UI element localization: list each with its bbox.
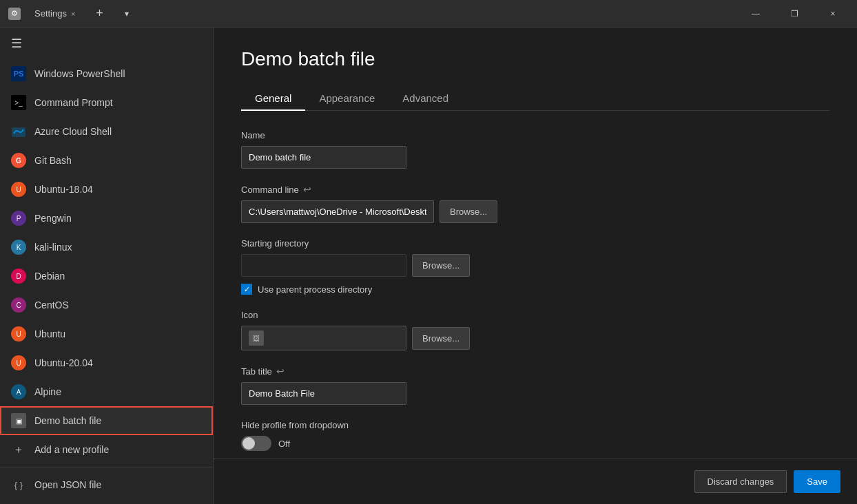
command-line-field-group: Command line ↩ Browse... [241,184,829,223]
azure-cloud-shell-icon [11,124,26,139]
debian-icon: D [11,269,26,284]
demo-batch-file-icon: ▣ [11,413,26,428]
sidebar-label-add-new-profile: Add a new profile [34,444,109,455]
use-parent-process-checkbox[interactable]: ✓ [241,284,252,295]
tabs: General Appearance Advanced [241,87,829,111]
sidebar-item-debian[interactable]: D Debian [0,262,213,291]
pengwin-icon: P [11,211,26,226]
sidebar-item-add-new-profile[interactable]: ＋ Add a new profile [0,435,213,464]
sidebar-item-windows-powershell[interactable]: PS Windows PowerShell [0,59,213,88]
command-line-reset-icon[interactable]: ↩ [303,184,311,195]
titlebar: ⚙ Settings × + ▾ — ❐ × [0,0,857,28]
alpine-icon: A [11,384,26,399]
sidebar-label-ubuntu: Ubuntu [34,328,65,339]
sidebar-label-git-bash: Git Bash [34,155,72,166]
sidebar: ☰ PS Windows PowerShell >_ Command Promp… [0,28,214,504]
sidebar-label-kali-linux: kali-linux [34,242,72,253]
sidebar-item-centos[interactable]: C CentOS [0,291,213,319]
use-parent-process-row: ✓ Use parent process directory [241,284,829,295]
sidebar-item-ubuntu[interactable]: U Ubuntu [0,319,213,348]
main-content: Demo batch file General Appearance Advan… [214,28,857,504]
tab-advanced[interactable]: Advanced [389,87,462,111]
command-line-browse-button[interactable]: Browse... [440,200,497,223]
sidebar-label-open-json: Open JSON file [34,479,101,490]
command-line-label: Command line ↩ [241,184,829,195]
icon-input-group: 🖼 Browse... [241,326,829,350]
toggle-thumb [242,437,255,450]
tab-title-label: Tab title ↩ [241,366,829,377]
app-body: ☰ PS Windows PowerShell >_ Command Promp… [0,28,857,504]
minimize-button[interactable]: — [740,0,772,28]
tab-appearance[interactable]: Appearance [305,87,389,111]
sidebar-item-pengwin[interactable]: P Pengwin [0,204,213,233]
sidebar-label-pengwin: Pengwin [34,213,72,224]
sidebar-item-demo-batch-file[interactable]: ▣ Demo batch file [0,406,213,435]
hide-profile-toggle-row: Off [241,436,829,451]
icon-input[interactable]: 🖼 [241,326,406,350]
sidebar-item-git-bash[interactable]: G Git Bash [0,146,213,175]
sidebar-item-ubuntu-20[interactable]: U Ubuntu-20.04 [0,348,213,377]
command-prompt-icon: >_ [11,95,26,110]
sidebar-label-debian: Debian [34,271,65,282]
maximize-button[interactable]: ❐ [778,0,810,28]
hide-profile-field-group: Hide profile from dropdown Off [241,420,829,451]
toggle-state-label: Off [278,439,290,449]
discard-changes-button[interactable]: Discard changes [694,470,787,493]
name-label: Name [241,130,829,140]
ubuntu-20-icon: U [11,355,26,370]
icon-field-group: Icon 🖼 Browse... [241,310,829,350]
page-title: Demo batch file [241,48,829,70]
icon-preview-thumbnail: 🖼 [249,330,264,346]
sidebar-label-centos: CentOS [34,300,69,311]
add-new-profile-icon: ＋ [11,442,26,457]
hide-profile-toggle[interactable] [241,436,271,451]
sidebar-label-command-prompt: Command Prompt [34,97,113,108]
sidebar-item-alpine[interactable]: A Alpine [0,377,213,406]
sidebar-label-ubuntu-20: Ubuntu-20.04 [34,357,93,368]
use-parent-process-label: Use parent process directory [258,284,372,295]
sidebar-divider [0,467,213,468]
tab-general[interactable]: General [241,87,305,111]
tab-title-input[interactable] [241,382,406,405]
icon-label: Icon [241,310,829,320]
name-input[interactable] [241,146,406,169]
kali-linux-icon: K [11,240,26,255]
git-bash-icon: G [11,153,26,168]
footer: Discard changes Save [214,459,857,504]
centos-icon: C [11,297,26,313]
hamburger-menu[interactable]: ☰ [0,28,213,59]
sidebar-item-command-prompt[interactable]: >_ Command Prompt [0,88,213,117]
tab-dropdown-button[interactable]: ▾ [116,3,137,24]
starting-directory-input[interactable] [241,254,406,277]
sidebar-item-open-json[interactable]: { } Open JSON file [0,470,213,499]
sidebar-item-kali-linux[interactable]: K kali-linux [0,233,213,262]
sidebar-label-azure-cloud-shell: Azure Cloud Shell [34,126,112,137]
settings-tab[interactable]: Settings × [28,0,82,28]
starting-directory-browse-button[interactable]: Browse... [412,254,470,277]
app-icon: ⚙ [8,8,21,20]
open-json-icon: { } [11,477,26,492]
close-button[interactable]: × [817,0,849,28]
sidebar-item-azure-cloud-shell[interactable]: Azure Cloud Shell [0,117,213,146]
new-tab-button[interactable]: + [89,3,110,24]
save-button[interactable]: Save [794,470,840,493]
name-field-group: Name [241,130,829,169]
ubuntu-icon: U [11,326,26,342]
tab-label: Settings [34,8,67,19]
starting-directory-input-group: Browse... [241,254,829,277]
tab-title-reset-icon[interactable]: ↩ [276,366,285,377]
command-line-input[interactable] [241,200,434,223]
tab-close-icon[interactable]: × [71,10,75,18]
sidebar-label-demo-batch-file: Demo batch file [34,415,101,426]
starting-directory-field-group: Starting directory Browse... ✓ Use paren… [241,238,829,295]
sidebar-label-alpine: Alpine [34,386,61,397]
starting-directory-label: Starting directory [241,238,829,249]
windows-powershell-icon: PS [11,66,26,81]
sidebar-label-windows-powershell: Windows PowerShell [34,68,125,79]
ubuntu-18-icon: U [11,182,26,197]
icon-browse-button[interactable]: Browse... [412,327,470,350]
sidebar-item-ubuntu-18[interactable]: U Ubuntu-18.04 [0,175,213,204]
sidebar-label-ubuntu-18: Ubuntu-18.04 [34,184,93,195]
command-line-input-group: Browse... [241,200,829,223]
hide-profile-label: Hide profile from dropdown [241,420,829,430]
